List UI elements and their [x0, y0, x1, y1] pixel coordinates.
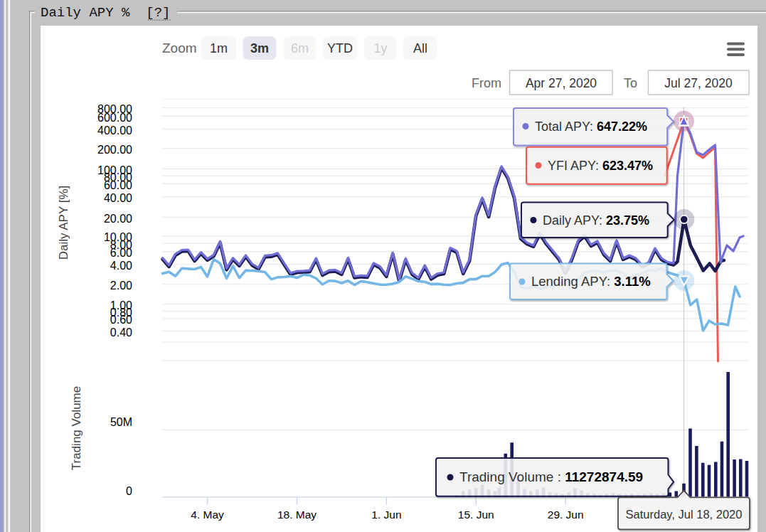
svg-text:6m: 6m — [291, 41, 309, 55]
svg-text:YFI APY: 623.47%: YFI APY: 623.47% — [548, 159, 653, 173]
svg-text:1y: 1y — [373, 41, 387, 55]
svg-text:50M: 50M — [110, 416, 132, 428]
svg-text:Daily APY: 23.75%: Daily APY: 23.75% — [543, 213, 649, 228]
svg-text:0.60: 0.60 — [110, 314, 132, 326]
svg-text:4.00: 4.00 — [110, 260, 132, 272]
svg-text:18. May: 18. May — [277, 509, 316, 521]
svg-text:15. Jun: 15. Jun — [458, 509, 494, 521]
svg-text:To: To — [624, 76, 637, 90]
svg-text:YTD: YTD — [327, 41, 353, 55]
svg-text:Saturday, Jul 18, 2020: Saturday, Jul 18, 2020 — [626, 508, 743, 521]
svg-text:40.00: 40.00 — [104, 192, 132, 204]
svg-text:4. May: 4. May — [191, 509, 224, 521]
svg-text:Jul 27, 2020: Jul 27, 2020 — [664, 76, 733, 90]
svg-text:20.00: 20.00 — [104, 213, 132, 225]
svg-text:Apr 27, 2020: Apr 27, 2020 — [526, 76, 597, 90]
svg-text:Zoom: Zoom — [162, 41, 197, 55]
svg-text:All: All — [413, 41, 427, 55]
svg-text:3m: 3m — [250, 41, 269, 55]
svg-text:60.00: 60.00 — [104, 179, 132, 191]
svg-text:1m: 1m — [210, 41, 228, 55]
svg-text:1. Jun: 1. Jun — [371, 509, 401, 521]
svg-text:0.40: 0.40 — [110, 326, 132, 339]
svg-text:6.00: 6.00 — [110, 247, 132, 259]
svg-text:29. Jun: 29. Jun — [548, 509, 584, 521]
svg-text:0: 0 — [126, 485, 132, 497]
svg-text:From: From — [472, 76, 501, 90]
svg-text:400.00: 400.00 — [97, 124, 132, 137]
svg-text:Daily APY % [?]: Daily APY % [?] — [41, 5, 170, 21]
svg-text:Daily APY [%]: Daily APY [%] — [57, 186, 70, 260]
svg-text:Lending APY: 3.11%: Lending APY: 3.11% — [531, 274, 651, 289]
svg-text:Total APY: 647.22%: Total APY: 647.22% — [535, 119, 647, 134]
svg-text:Trading Volume: Trading Volume — [70, 386, 83, 470]
svg-text:200.00: 200.00 — [97, 144, 132, 156]
svg-text:2.00: 2.00 — [110, 280, 132, 292]
svg-text:600.00: 600.00 — [97, 112, 132, 124]
svg-text:Trading Volume : 11272874.59: Trading Volume : 11272874.59 — [459, 469, 643, 484]
